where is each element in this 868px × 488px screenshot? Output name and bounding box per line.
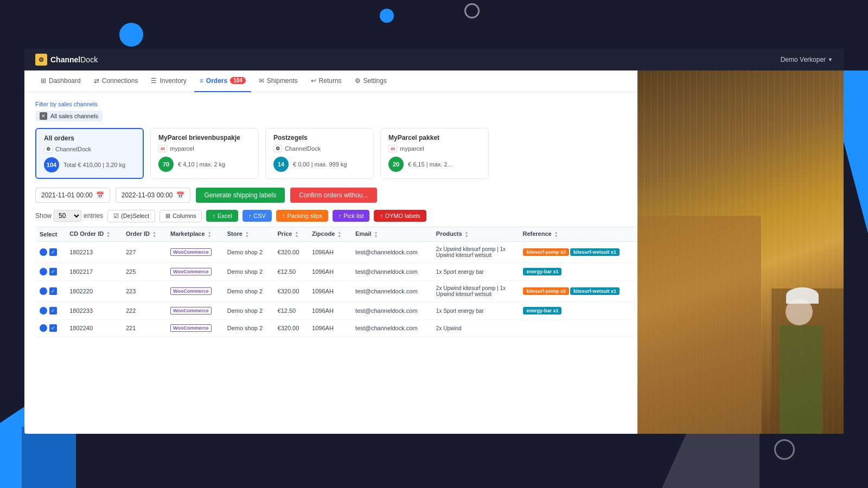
logo-channel: Channel xyxy=(50,55,80,64)
cell-marketplace-1: WooCommerce xyxy=(166,263,223,281)
check-btn-3[interactable]: ✓ xyxy=(49,307,57,314)
cell-zipcode-3: 1096AH xyxy=(308,302,351,320)
check-btn-4[interactable]: ✓ xyxy=(49,324,57,332)
cell-price-2: €320.00 xyxy=(273,281,308,302)
pick-list-button[interactable]: ↑ Pick list xyxy=(333,210,370,222)
stat-text-postzegels: € 0,00 | max. 999 kg xyxy=(293,161,347,168)
confirm-orders-button[interactable]: Confirm orders withou... xyxy=(290,188,376,203)
date-start[interactable]: 2021-11-01 00:00 📅 xyxy=(35,188,110,203)
dymo-icon: ↑ xyxy=(380,213,383,219)
cell-order-id-4: 221 xyxy=(122,320,166,337)
calendar-icon-start: 📅 xyxy=(96,191,104,199)
sort-cd-order-id: ▲▼ xyxy=(106,230,110,238)
woo-badge-3: WooCommerce xyxy=(170,307,212,314)
photo-overlay xyxy=(637,70,844,434)
shipments-icon: ✉ xyxy=(259,77,264,85)
nav-returns[interactable]: ↩ Returns xyxy=(305,70,347,92)
nav-connections[interactable]: ⇄ Connections xyxy=(88,70,144,92)
user-menu[interactable]: Demo Verkoper ▼ xyxy=(781,56,833,63)
col-email[interactable]: Email ▲▼ xyxy=(351,227,432,242)
col-price[interactable]: Price ▲▼ xyxy=(273,227,308,242)
nav-dashboard[interactable]: ⊞ Dashboard xyxy=(35,70,86,92)
provider-name-brief: myparcel xyxy=(170,145,194,152)
filter-chip: ✕ All sales channels xyxy=(35,111,103,121)
nav-settings[interactable]: ⚙ Settings xyxy=(349,70,392,92)
cell-zipcode-2: 1096AH xyxy=(308,281,351,302)
col-store[interactable]: Store ▲▼ xyxy=(223,227,273,242)
cell-products-2: 2x Upwind kitesurf pomp | 1x Upwind kite… xyxy=(432,281,519,302)
sort-price: ▲▼ xyxy=(295,230,299,238)
col-store-label: Store xyxy=(227,230,242,237)
col-marketplace[interactable]: Marketplace ▲▼ xyxy=(166,227,223,242)
card-title-brief: MyParcel brievenbuspakje xyxy=(158,134,251,142)
col-zipcode[interactable]: Zipcode ▲▼ xyxy=(308,227,351,242)
picklist-label: Pick list xyxy=(343,213,363,219)
cell-select-4[interactable]: ✓ xyxy=(35,320,65,337)
nav-connections-label: Connections xyxy=(102,77,138,85)
radio-btn-3[interactable] xyxy=(40,307,47,314)
provider-name-pakket: myparcel xyxy=(400,145,424,152)
check-btn-2[interactable]: ✓ xyxy=(49,287,57,295)
cell-products-3: 1x Sport energy bar xyxy=(432,302,519,320)
woo-badge-0: WooCommerce xyxy=(170,248,212,256)
cell-reference-0: kitesurf-pomp x2kitesurf-wetsuit x1 xyxy=(518,242,639,263)
col-cd-order-id[interactable]: CD Order ID ▲▼ xyxy=(65,227,122,242)
stat-badge-all: 104 xyxy=(44,157,59,172)
nav-returns-label: Returns xyxy=(319,77,342,85)
card-stats-brief: 70 € 4,10 | max. 2 kg xyxy=(158,157,251,172)
col-reference[interactable]: Reference ▲▼ xyxy=(518,227,639,242)
card-stats-all: 104 Total € 410,00 | 3,20 kg xyxy=(44,157,135,172)
col-order-id[interactable]: Order ID ▲▼ xyxy=(122,227,166,242)
columns-button[interactable]: ⊞ Columns xyxy=(159,210,202,222)
dymo-labels-button[interactable]: ↑ DYMO labels xyxy=(374,210,426,222)
packing-icon: ↑ xyxy=(282,213,285,219)
cell-select-3[interactable]: ✓ xyxy=(35,302,65,320)
stat-text-pakket: € 6,15 | max. 2... xyxy=(408,161,452,168)
cell-select-0[interactable]: ✓ xyxy=(35,242,65,263)
cell-store-3: Demo shop 2 xyxy=(223,302,273,320)
col-email-label: Email xyxy=(355,230,371,237)
cell-products-0: 2x Upwind kitesurf pomp | 1x Upwind kite… xyxy=(432,242,519,263)
nav-shipments[interactable]: ✉ Shipments xyxy=(253,70,303,92)
cell-cd-order-id-3: 1802233 xyxy=(65,302,122,320)
check-btn-0[interactable]: ✓ xyxy=(49,248,57,256)
cell-cd-order-id-2: 1802220 xyxy=(65,281,122,302)
columns-label: Columns xyxy=(173,213,196,219)
order-card-pakket[interactable]: MyParcel pakket m myparcel 20 € 6,15 | m… xyxy=(380,128,489,179)
col-reference-label: Reference xyxy=(522,230,551,237)
col-cd-order-id-label: CD Order ID xyxy=(69,230,104,237)
inventory-icon: ☰ xyxy=(151,77,157,85)
card-title-pakket: MyParcel pakket xyxy=(388,134,481,142)
generate-labels-button[interactable]: Generate shipping labels xyxy=(196,188,285,203)
order-card-postzegels[interactable]: Postzegels ⚙ ChannelDock 14 € 0,00 | max… xyxy=(265,128,374,179)
filter-chip-remove[interactable]: ✕ xyxy=(40,112,47,120)
ref-tag-3-0: energy-bar x1 xyxy=(523,307,561,314)
csv-button[interactable]: ↑ CSV xyxy=(242,210,272,222)
order-card-all[interactable]: All orders ⚙ ChannelDock 104 Total € 410… xyxy=(35,128,144,179)
packing-slips-button[interactable]: ↑ Packing slips xyxy=(276,210,328,222)
provider-logo-cd: ⚙ xyxy=(44,145,53,153)
dymo-label: DYMO labels xyxy=(385,213,420,219)
excel-button[interactable]: ↑ Excel xyxy=(206,210,238,222)
radio-btn-2[interactable] xyxy=(40,287,47,295)
cell-store-2: Demo shop 2 xyxy=(223,281,273,302)
check-btn-1[interactable]: ✓ xyxy=(49,268,57,275)
cell-store-1: Demo shop 2 xyxy=(223,263,273,281)
cell-cd-order-id-1: 1802217 xyxy=(65,263,122,281)
deselect-button[interactable]: ☑ (De)Select xyxy=(107,210,155,222)
cell-email-1: test@channeldock.com xyxy=(351,263,432,281)
radio-btn-1[interactable] xyxy=(40,268,47,275)
radio-btn-4[interactable] xyxy=(40,324,47,332)
nav-inventory[interactable]: ☰ Inventory xyxy=(145,70,192,92)
cell-select-1[interactable]: ✓ xyxy=(35,263,65,281)
nav-orders[interactable]: ≡ Orders 104 xyxy=(194,70,251,92)
date-end[interactable]: 2022-11-03 00:00 📅 xyxy=(116,188,190,203)
cell-select-2[interactable]: ✓ xyxy=(35,281,65,302)
cell-reference-3: energy-bar x1 xyxy=(518,302,639,320)
sort-zipcode: ▲▼ xyxy=(337,230,341,238)
radio-btn-0[interactable] xyxy=(40,248,47,256)
logo-text: ChannelDock xyxy=(50,55,98,64)
order-card-myparcel-brief[interactable]: MyParcel brievenbuspakje m myparcel 70 €… xyxy=(150,128,259,179)
col-products[interactable]: Products ▲▼ xyxy=(432,227,519,242)
entries-select[interactable]: 50 25 100 xyxy=(54,210,81,222)
